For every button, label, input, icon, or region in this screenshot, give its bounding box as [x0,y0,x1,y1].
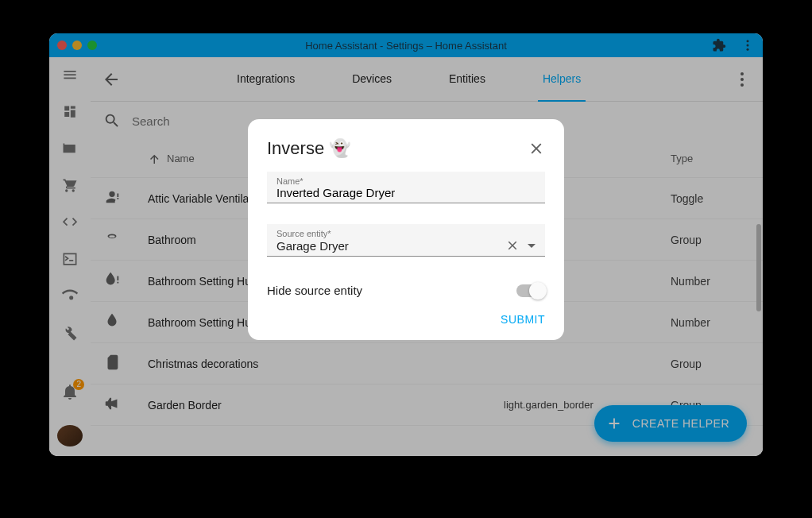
inverse-dialog: Inverse 👻 Name* Source entity* Garage Dr… [248,119,564,340]
source-entity-value: Garage Dryer [276,239,349,253]
hide-source-row: Hide source entity [267,277,545,313]
dialog-title: Inverse 👻 [267,138,350,159]
clear-icon[interactable] [505,238,520,253]
name-input[interactable] [276,186,536,199]
submit-button[interactable]: SUBMIT [501,313,545,326]
source-entity-field[interactable]: Source entity* Garage Dryer [267,224,545,257]
hide-source-toggle[interactable] [516,284,545,297]
chevron-down-icon[interactable] [528,244,536,248]
close-icon[interactable] [528,140,545,157]
name-field[interactable]: Name* [267,172,545,203]
name-field-label: Name* [276,176,536,186]
source-entity-label: Source entity* [276,229,536,238]
hide-source-label: Hide source entity [267,284,362,297]
app-window: Home Assistant - Settings – Home Assista… [49,33,763,456]
modal-scrim[interactable]: Inverse 👻 Name* Source entity* Garage Dr… [49,33,763,456]
